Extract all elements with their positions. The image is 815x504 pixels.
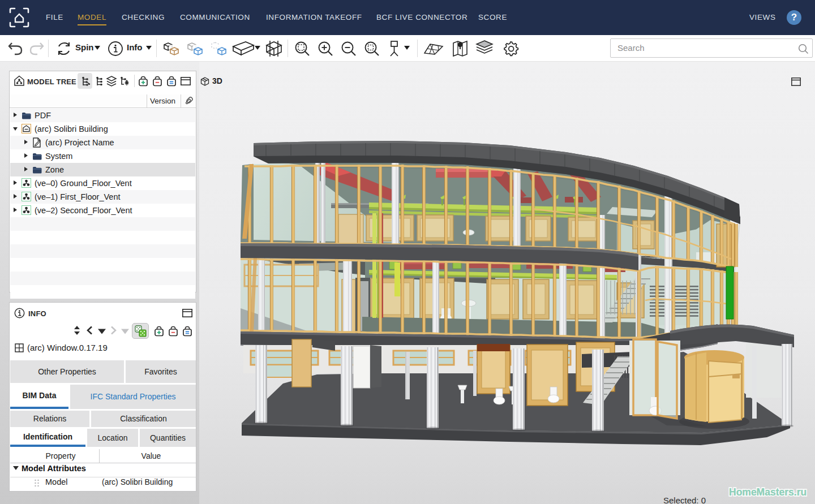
svg-text:Selected: 0: Selected: 0 bbox=[663, 496, 706, 504]
svg-text:HomeMasters.ru: HomeMasters.ru bbox=[729, 486, 807, 498]
